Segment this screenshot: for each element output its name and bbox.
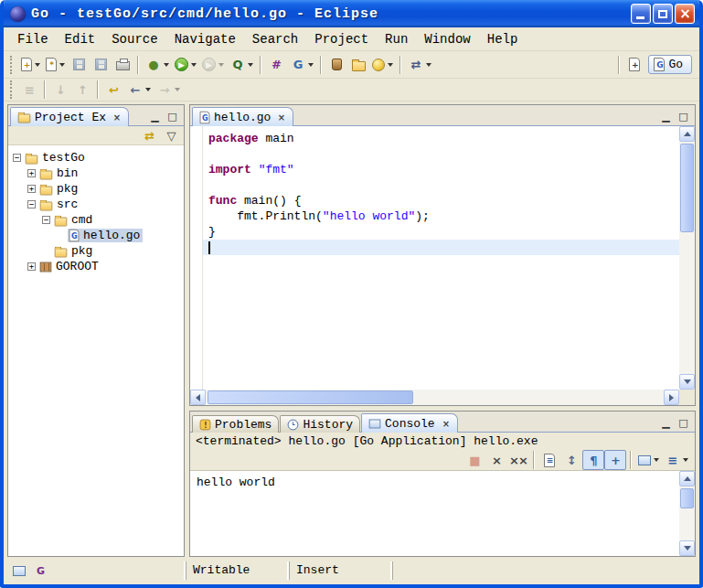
- scroll-lock-button[interactable]: ↕: [560, 450, 582, 470]
- tree-item-pkg[interactable]: pkg: [8, 243, 184, 259]
- minimize-view-button[interactable]: ▁: [657, 109, 674, 123]
- link-with-editor-button[interactable]: ⇄: [138, 125, 160, 145]
- menu-project[interactable]: Project: [306, 29, 377, 49]
- open-console-button[interactable]: [635, 450, 662, 470]
- maximize-button[interactable]: [653, 4, 673, 24]
- go-launch-button[interactable]: G: [287, 55, 316, 75]
- go-new-button[interactable]: #: [265, 55, 287, 75]
- tab-project-explorer[interactable]: Project Ex ×: [10, 107, 129, 126]
- tree-item-cmd[interactable]: −cmd: [8, 212, 184, 228]
- pin-console-button[interactable]: +: [604, 450, 626, 470]
- code-editor[interactable]: package mainimport "fmt"func main() { fm…: [203, 126, 679, 390]
- minimize-view-button[interactable]: ▁: [657, 415, 674, 430]
- back-button[interactable]: ←: [124, 80, 154, 100]
- dropdown-arrow-icon[interactable]: [426, 63, 431, 67]
- console-output[interactable]: hello world: [190, 471, 679, 556]
- tree-item-pkg[interactable]: +pkg: [8, 181, 184, 197]
- go-perspective-button[interactable]: GGo: [648, 55, 692, 74]
- new-menu-button[interactable]: *: [43, 55, 68, 75]
- scroll-up-button[interactable]: [679, 126, 695, 142]
- expand-icon[interactable]: +: [27, 169, 36, 177]
- scroll-left-button[interactable]: [190, 390, 206, 405]
- minimize-view-button[interactable]: ▁: [146, 109, 163, 123]
- scrollbar-thumb[interactable]: [680, 488, 694, 508]
- menu-source[interactable]: Source: [103, 29, 165, 49]
- collapse-icon[interactable]: −: [27, 200, 36, 208]
- tree-item-src[interactable]: −src: [8, 197, 184, 212]
- tab-editor-hello-go[interactable]: G hello.go ×: [192, 107, 293, 126]
- maximize-view-button[interactable]: □: [675, 415, 691, 430]
- dropdown-arrow-icon[interactable]: [145, 88, 151, 91]
- external-tools-button[interactable]: Q: [227, 55, 256, 75]
- maximize-view-button[interactable]: □: [164, 109, 180, 123]
- minimize-button[interactable]: [631, 4, 651, 24]
- console-vertical-scrollbar[interactable]: [679, 471, 695, 556]
- menu-navigate[interactable]: Navigate: [166, 29, 244, 49]
- search-button[interactable]: [369, 55, 396, 75]
- menu-run[interactable]: Run: [377, 29, 416, 49]
- tree-item-hello-go[interactable]: Ghello.go: [8, 228, 184, 243]
- fast-view-button[interactable]: [11, 563, 27, 578]
- tree-item-bin[interactable]: +bin: [8, 166, 184, 181]
- dropdown-arrow-icon[interactable]: [191, 63, 197, 67]
- scroll-up-button[interactable]: [679, 471, 695, 486]
- go-status-button[interactable]: G: [32, 563, 48, 578]
- project-tree[interactable]: −testGo+bin+pkg−src−cmdGhello.gopkg+GORO…: [8, 145, 184, 556]
- scroll-down-button[interactable]: [679, 374, 695, 390]
- scroll-right-button[interactable]: [664, 390, 679, 405]
- editor-horizontal-scrollbar[interactable]: [190, 390, 679, 405]
- tree-item-testgo[interactable]: −testGo: [8, 150, 184, 166]
- toolbar-grip[interactable]: [10, 56, 14, 74]
- team-sync-button[interactable]: ⇄: [405, 55, 434, 75]
- dropdown-arrow-icon[interactable]: [388, 63, 393, 67]
- view-menu-button[interactable]: ▽: [160, 125, 182, 145]
- editor-vertical-scrollbar[interactable]: [679, 126, 695, 390]
- expand-icon[interactable]: +: [27, 262, 36, 271]
- titlebar[interactable]: Go - testGo/src/cmd/hello.go - Eclipse ×: [4, 0, 699, 27]
- dropdown-arrow-icon[interactable]: [164, 63, 169, 67]
- dropdown-arrow-icon[interactable]: [35, 63, 40, 67]
- expand-icon[interactable]: +: [27, 185, 36, 193]
- collapse-icon[interactable]: −: [13, 154, 21, 162]
- tree-item-goroot[interactable]: +GOROOT: [8, 259, 184, 274]
- dropdown-arrow-icon[interactable]: [218, 63, 224, 67]
- scroll-down-button[interactable]: [679, 540, 695, 556]
- menu-file[interactable]: File: [9, 29, 57, 49]
- maximize-view-button[interactable]: □: [675, 109, 691, 123]
- tab-close-button[interactable]: ×: [276, 112, 286, 123]
- dropdown-arrow-icon[interactable]: [59, 63, 65, 67]
- last-edit-button[interactable]: ↩: [102, 80, 124, 100]
- tab-problems[interactable]: !Problems: [192, 415, 279, 433]
- menu-window[interactable]: Window: [416, 29, 478, 49]
- tab-close-button[interactable]: ×: [441, 419, 451, 429]
- scrollbar-thumb[interactable]: [680, 144, 694, 232]
- word-wrap-button[interactable]: ¶: [582, 450, 604, 470]
- scrollbar-track[interactable]: [206, 390, 664, 405]
- dropdown-arrow-icon[interactable]: [175, 88, 180, 91]
- scrollbar-track[interactable]: [679, 142, 695, 374]
- dropdown-arrow-icon[interactable]: [654, 458, 659, 462]
- tab-close-button[interactable]: ×: [112, 112, 122, 123]
- menu-search[interactable]: Search: [244, 29, 306, 49]
- jar-import-button[interactable]: [325, 55, 347, 75]
- debug-button[interactable]: ●: [143, 55, 172, 75]
- scrollbar-thumb[interactable]: [208, 390, 413, 404]
- dropdown-arrow-icon[interactable]: [308, 63, 314, 67]
- menu-help[interactable]: Help: [479, 29, 527, 49]
- run-button[interactable]: ▶: [172, 55, 199, 75]
- tab-history[interactable]: History: [280, 415, 360, 433]
- scrollbar-track[interactable]: [679, 486, 695, 540]
- collapse-icon[interactable]: −: [42, 216, 50, 224]
- display-console-button[interactable]: ≡: [662, 450, 691, 470]
- menu-edit[interactable]: Edit: [57, 29, 104, 49]
- close-button[interactable]: ×: [675, 4, 695, 24]
- toolbar-grip[interactable]: [10, 80, 14, 99]
- remove-all-button[interactable]: ××: [507, 450, 529, 470]
- remove-launch-button[interactable]: ×: [485, 450, 507, 470]
- dropdown-arrow-icon[interactable]: [248, 63, 253, 67]
- clear-console-button[interactable]: ≡: [538, 450, 560, 470]
- dropdown-arrow-icon[interactable]: [683, 458, 688, 462]
- tab-console[interactable]: Console×: [361, 413, 458, 433]
- open-folder-button[interactable]: [347, 55, 369, 75]
- annotation-ruler[interactable]: [190, 126, 203, 390]
